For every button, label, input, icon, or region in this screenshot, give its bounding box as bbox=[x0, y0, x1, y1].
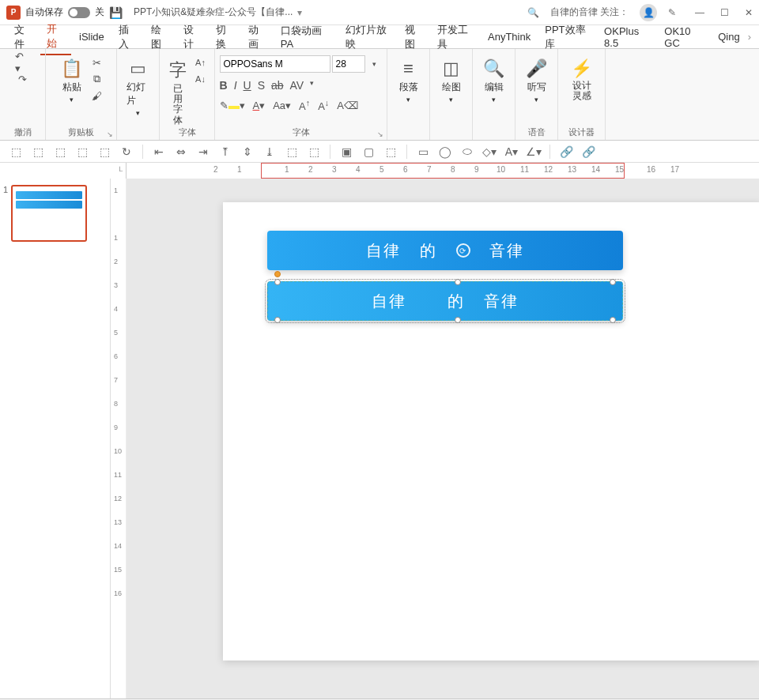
font-size-select[interactable] bbox=[332, 55, 365, 73]
qat-icon-5[interactable]: ⬚ bbox=[96, 144, 112, 160]
tab-anythink[interactable]: AnyThink bbox=[481, 28, 537, 46]
char-spacing-button[interactable]: AV bbox=[290, 79, 304, 92]
slide-icon: ▭ bbox=[130, 58, 146, 79]
clear-format-button[interactable]: A⌫ bbox=[337, 100, 358, 111]
bold-button[interactable]: B bbox=[220, 79, 228, 92]
autosave-toggle[interactable]: 自动保存 关 bbox=[25, 6, 104, 19]
paragraph-label: 段落 bbox=[399, 81, 418, 94]
format-painter-icon[interactable]: 🖌 bbox=[89, 88, 104, 103]
shrink-font-icon[interactable]: A↓ bbox=[193, 72, 209, 86]
qat-icon-2[interactable]: ⬚ bbox=[30, 144, 46, 160]
paste-button[interactable]: 📋 粘贴 ▾ bbox=[58, 55, 85, 107]
tab-qing[interactable]: Qing bbox=[712, 28, 746, 46]
ruler-track[interactable]: 2 1 1 2 3 4 5 6 7 8 9 10 11 12 13 14 15 … bbox=[126, 163, 759, 179]
resize-handle[interactable] bbox=[610, 317, 616, 323]
designer-button[interactable]: ⚡ 设计 灵感 bbox=[568, 55, 595, 104]
shape-rect-icon[interactable]: ▭ bbox=[415, 144, 431, 160]
change-case-button[interactable]: Aa▾ bbox=[273, 100, 291, 111]
ruler-tick: 11 bbox=[520, 165, 529, 174]
shadow-button[interactable]: ab bbox=[271, 79, 284, 92]
pen-icon[interactable]: ✎ bbox=[668, 7, 676, 18]
font-size-dropdown-icon[interactable]: ▾ bbox=[367, 57, 383, 71]
tab-islide[interactable]: iSlide bbox=[73, 28, 111, 46]
align-center-h-icon[interactable]: ⇔ bbox=[173, 144, 189, 160]
tab-okplus[interactable]: OKPlus 8.5 bbox=[598, 22, 656, 52]
avatar-icon[interactable]: 👤 bbox=[640, 4, 657, 21]
copy-icon[interactable]: ⧉ bbox=[89, 72, 104, 86]
vruler-tick: 5 bbox=[114, 329, 118, 337]
underline-button[interactable]: U bbox=[244, 79, 251, 92]
highlight-color-button[interactable]: ✎▾ bbox=[220, 100, 245, 111]
account-label[interactable]: 自律的音律 关注： bbox=[550, 6, 629, 19]
bring-front-icon[interactable]: ▣ bbox=[338, 144, 354, 160]
editing-group: 🔍 编辑 ▾ bbox=[473, 49, 515, 140]
tab-ok10[interactable]: OK10 GC bbox=[658, 22, 710, 52]
link2-icon[interactable]: 🔗 bbox=[580, 144, 596, 160]
distribute-v-icon[interactable]: ⬚ bbox=[306, 144, 322, 160]
dictate-button[interactable]: 🎤 听写 ▾ bbox=[523, 55, 550, 107]
align-bottom-icon[interactable]: ⤓ bbox=[262, 144, 278, 160]
search-icon[interactable]: 🔍 bbox=[527, 7, 539, 18]
resize-handle[interactable] bbox=[274, 279, 281, 285]
strike-button[interactable]: S bbox=[258, 79, 265, 92]
increase-font-button[interactable]: A↑ bbox=[299, 98, 310, 112]
font-launcher-icon[interactable]: ↘ bbox=[377, 130, 383, 138]
cut-icon[interactable]: ✂ bbox=[89, 55, 104, 70]
align-left-icon[interactable]: ⇤ bbox=[151, 144, 167, 160]
slides-group: ▭ 幻灯片 ▾ bbox=[117, 49, 160, 140]
decrease-font-button[interactable]: A↓ bbox=[318, 98, 329, 112]
paragraph-button[interactable]: ≡ 段落 ▾ bbox=[396, 55, 421, 107]
doc-title[interactable]: PPT小知识&疑难杂症-公众号【自律... bbox=[134, 6, 293, 19]
shape-oval-icon[interactable]: ◯ bbox=[437, 144, 453, 160]
align-right-icon[interactable]: ⇥ bbox=[195, 144, 211, 160]
minimize-icon[interactable]: — bbox=[695, 7, 704, 18]
link-icon[interactable]: 🔗 bbox=[558, 144, 574, 160]
qat-icon-1[interactable]: ⬚ bbox=[8, 144, 24, 160]
maximize-icon[interactable]: ☐ bbox=[720, 7, 729, 18]
resize-handle[interactable] bbox=[455, 317, 461, 323]
editing-button[interactable]: 🔍 编辑 ▾ bbox=[480, 55, 508, 107]
resize-handle[interactable] bbox=[455, 279, 461, 285]
slide[interactable]: 自律 的 ⟳ 音律 自律 的 音律 bbox=[223, 202, 759, 660]
ruler-tick: 7 bbox=[427, 165, 432, 174]
tabs-overflow-icon[interactable]: › bbox=[748, 31, 751, 43]
resize-handle[interactable] bbox=[610, 279, 616, 285]
drawing-button[interactable]: ◫ 绘图 ▾ bbox=[439, 55, 464, 107]
close-icon[interactable]: ✕ bbox=[745, 7, 753, 18]
thumbnail-item[interactable]: 1 bbox=[3, 185, 107, 242]
canvas-area[interactable]: 自律 的 ⟳ 音律 自律 的 音律 bbox=[126, 179, 759, 698]
shape-2-selected[interactable]: 自律 的 音律 bbox=[267, 281, 623, 321]
new-slide-button[interactable]: ▭ 幻灯片 ▾ bbox=[123, 55, 153, 120]
shape-roundrect-icon[interactable]: ⬭ bbox=[459, 144, 475, 160]
thumbnail-preview[interactable] bbox=[11, 185, 87, 242]
title-dropdown[interactable]: ▾ bbox=[297, 7, 302, 18]
grow-font-icon[interactable]: A↑ bbox=[193, 55, 209, 70]
rotate-handle[interactable] bbox=[274, 271, 281, 277]
distribute-h-icon[interactable]: ⬚ bbox=[284, 144, 300, 160]
used-fonts-button[interactable]: 字 已用字 体 bbox=[166, 55, 190, 129]
used-fonts-group-label: 字体 bbox=[179, 126, 196, 138]
drawing-icon: ◫ bbox=[443, 58, 459, 79]
more-shapes-icon[interactable]: ◇▾ bbox=[481, 144, 497, 160]
qat-icon-4[interactable]: ⬚ bbox=[74, 144, 90, 160]
align-middle-icon[interactable]: ⇕ bbox=[240, 144, 255, 160]
italic-button[interactable]: I bbox=[234, 79, 237, 92]
qat-icon-3[interactable]: ⬚ bbox=[52, 144, 68, 160]
send-back-icon[interactable]: ▢ bbox=[361, 144, 376, 160]
line-icon[interactable]: ∠▾ bbox=[526, 144, 542, 160]
redo-icon[interactable]: ↷ bbox=[15, 72, 31, 86]
clipboard-launcher-icon[interactable]: ↘ bbox=[107, 130, 113, 138]
toggle-switch[interactable] bbox=[68, 7, 90, 18]
align-top-icon[interactable]: ⤒ bbox=[217, 144, 233, 160]
resize-handle[interactable] bbox=[274, 317, 281, 323]
font-family-select[interactable] bbox=[220, 55, 330, 73]
tab-pocket-anim[interactable]: 口袋动画 PA bbox=[274, 21, 338, 53]
qat-icon-6[interactable]: ↻ bbox=[119, 144, 134, 160]
text-box-icon[interactable]: A▾ bbox=[504, 144, 519, 160]
font-group-label: 字体 bbox=[293, 126, 310, 138]
font-color-button[interactable]: A▾ bbox=[253, 100, 266, 111]
undo-icon[interactable]: ↶ ▾ bbox=[15, 55, 31, 70]
save-icon[interactable]: 💾 bbox=[109, 6, 123, 19]
shape-1[interactable]: 自律 的 ⟳ 音律 bbox=[267, 231, 623, 270]
group-icon[interactable]: ⬚ bbox=[383, 144, 398, 160]
